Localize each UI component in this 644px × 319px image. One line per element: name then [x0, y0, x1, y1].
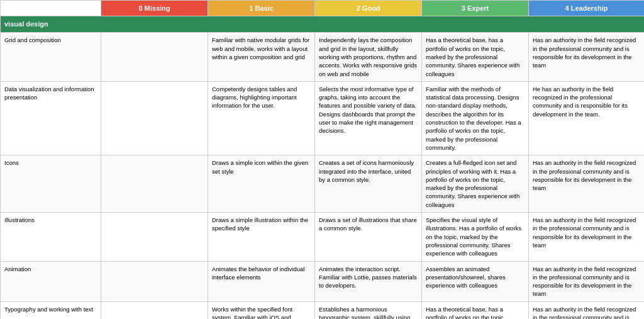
cell-col4: Has an authority in the field recognized…: [529, 261, 645, 301]
header-col3: 3 Expert: [422, 1, 529, 16]
cell-col0: [101, 81, 208, 155]
cell-col3: Familiar with the methods of statistical…: [422, 81, 529, 155]
header-col2: 2 Good: [315, 1, 422, 16]
cell-col4: Has an authority in the field recognized…: [529, 33, 645, 81]
cell-col3: Has a theoretical base, has a portfolio …: [422, 33, 529, 81]
cell-col2: Creates a set of icons harmoniously inte…: [315, 155, 422, 213]
cell-skill: Data visualization and information prese…: [1, 81, 101, 155]
cell-skill: Grid and composition: [1, 33, 101, 81]
cell-skill: Animation: [1, 261, 101, 301]
cell-col2: Establishes a harmonious typographic sys…: [315, 301, 422, 319]
section-title-0: visual design: [1, 16, 645, 33]
header-skill: [1, 1, 101, 16]
header-col4: 4 Leadership: [529, 1, 645, 16]
skills-table: 0 Missing 1 Basic 2 Good 3 Expert 4 Lead…: [0, 0, 644, 319]
skills-table-container: 0 Missing 1 Basic 2 Good 3 Expert 4 Lead…: [0, 0, 644, 319]
cell-col3: Specifies the visual style of illustrati…: [422, 213, 529, 261]
cell-col2: Draws a set of illustrations that share …: [315, 213, 422, 261]
table-row: IconsDraws a simple icon within the give…: [1, 155, 645, 213]
header-col0: 0 Missing: [101, 1, 208, 16]
cell-col3: Has a theoretical base, has a portfolio …: [422, 301, 529, 319]
cell-col4: He has an authority in the field recogni…: [529, 81, 645, 155]
cell-col0: [101, 301, 208, 319]
table-row: IllustrationsDraws a simple illustration…: [1, 213, 645, 261]
cell-skill: Illustrations: [1, 213, 101, 261]
cell-col4: Has an authority in the field recognized…: [529, 301, 645, 319]
header-row: 0 Missing 1 Basic 2 Good 3 Expert 4 Lead…: [1, 1, 645, 16]
table-row: Typography and working with textWorks wi…: [1, 301, 645, 319]
cell-col1: Draws a simple illustration within the s…: [208, 213, 315, 261]
header-col1: 1 Basic: [208, 1, 315, 16]
table-row: Data visualization and information prese…: [1, 81, 645, 155]
cell-col3: Assembles an animated presentation/showr…: [422, 261, 529, 301]
cell-skill: Typography and working with text: [1, 301, 101, 319]
cell-col1: Draws a simple icon within the given set…: [208, 155, 315, 213]
cell-col0: [101, 33, 208, 81]
cell-col0: [101, 155, 208, 213]
cell-col1: Animates the behavior of individual inte…: [208, 261, 315, 301]
cell-col4: Has an authority in the field recognized…: [529, 155, 645, 213]
cell-col3: Creates a full-fledged icon set and prin…: [422, 155, 529, 213]
section-header-0: visual design: [1, 16, 645, 33]
cell-col2: Animates the interaction script. Familia…: [315, 261, 422, 301]
cell-skill: Icons: [1, 155, 101, 213]
cell-col1: Familiar with native modular grids for w…: [208, 33, 315, 81]
cell-col0: [101, 213, 208, 261]
cell-col1: Competently designs tables and diagrams,…: [208, 81, 315, 155]
cell-col2: Independently lays the composition and g…: [315, 33, 422, 81]
cell-col4: Has an authority in the field recognized…: [529, 213, 645, 261]
cell-col1: Works within the specified font system. …: [208, 301, 315, 319]
cell-col2: Selects the most informative type of gra…: [315, 81, 422, 155]
table-row: AnimationAnimates the behavior of indivi…: [1, 261, 645, 301]
cell-col0: [101, 261, 208, 301]
table-row: Grid and compositionFamiliar with native…: [1, 33, 645, 81]
